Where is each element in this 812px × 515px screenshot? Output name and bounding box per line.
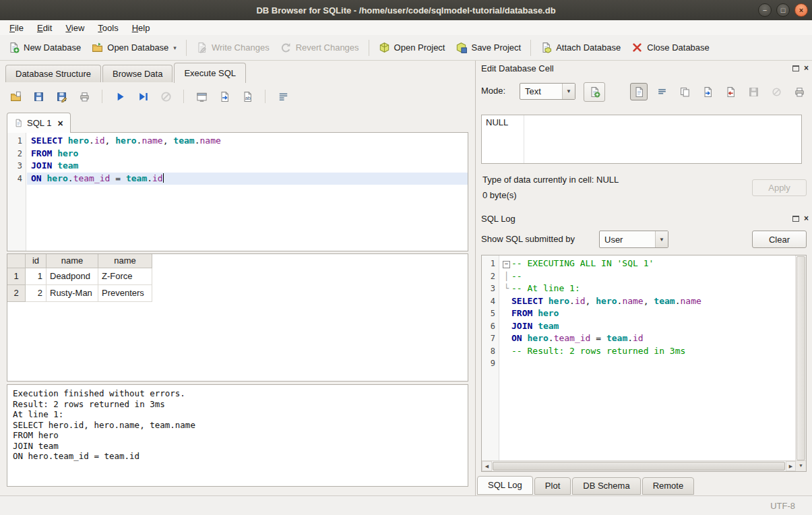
maximize-button[interactable]: □ bbox=[776, 3, 790, 17]
text-cursor bbox=[163, 173, 164, 183]
results-grid: idnamename11DeadpondZ-Force22Rusty-ManPr… bbox=[7, 253, 468, 382]
right-dock: Edit Database Cell × Mode: Text ▼ NULL T… bbox=[475, 61, 812, 495]
horizontal-scrollbar[interactable]: ◀ ▶ bbox=[482, 460, 796, 471]
editor-line-numbers: 1234 bbox=[7, 133, 26, 251]
line-number: 5 bbox=[482, 307, 499, 320]
toolbar-button-label: Write Changes bbox=[212, 42, 270, 53]
chevron-down-icon[interactable]: ▾ bbox=[173, 44, 177, 51]
dock-tab-db-schema[interactable]: DB Schema bbox=[572, 477, 640, 495]
tab-database-structure[interactable]: Database Structure bbox=[5, 65, 101, 82]
cell-editor[interactable]: NULL bbox=[481, 115, 802, 164]
fold-bar-icon: │ bbox=[501, 270, 511, 283]
text-view-button[interactable] bbox=[630, 83, 648, 100]
row-number[interactable]: 2 bbox=[7, 285, 26, 302]
mode-select[interactable]: Text ▼ bbox=[520, 83, 575, 100]
menu-tools[interactable]: Tools bbox=[91, 22, 125, 34]
toolbar-button-label: Open Database bbox=[107, 42, 168, 53]
save-sql-file-button[interactable] bbox=[30, 88, 47, 105]
column-header-0[interactable]: id bbox=[26, 254, 46, 268]
close-panel-icon[interactable]: × bbox=[804, 65, 809, 71]
tab-execute-sql[interactable]: Execute SQL bbox=[174, 63, 246, 83]
close-panel-icon[interactable]: × bbox=[804, 215, 809, 222]
cell[interactable]: 2 bbox=[26, 285, 46, 302]
write-changes-button: Write Changes bbox=[191, 38, 275, 57]
toolbar-separator bbox=[369, 40, 369, 56]
clear-button[interactable]: Clear bbox=[752, 231, 807, 248]
float-panel-icon[interactable] bbox=[792, 65, 799, 71]
menu-edit[interactable]: Edit bbox=[30, 22, 59, 34]
scrollbar-thumb[interactable] bbox=[797, 256, 805, 460]
save-project-icon bbox=[456, 42, 467, 53]
execute-all-button[interactable] bbox=[111, 88, 129, 105]
open-sql-file-button[interactable] bbox=[7, 88, 24, 105]
edit-cell-title: Edit Database Cell bbox=[481, 63, 554, 73]
menu-view[interactable]: View bbox=[59, 22, 91, 34]
line-number: 4 bbox=[7, 173, 26, 185]
open-database-button[interactable]: Open Database▾ bbox=[86, 38, 182, 57]
tab-browse-data[interactable]: Browse Data bbox=[102, 65, 173, 82]
cell[interactable]: Deadpond bbox=[46, 268, 98, 285]
log-line-8: -- Result: 2 rows returned in 3ms bbox=[500, 345, 796, 358]
close-tab-icon[interactable]: × bbox=[57, 118, 63, 129]
titlebar: DB Browser for SQLite - /home/user/code/… bbox=[0, 0, 812, 20]
export-data-button[interactable] bbox=[722, 83, 739, 100]
cell[interactable]: Preventers bbox=[98, 285, 152, 302]
sql-editor[interactable]: 1234 SELECT hero.id, hero.name, team.nam… bbox=[7, 132, 468, 251]
auto-format-button[interactable] bbox=[584, 82, 605, 102]
new-database-button[interactable]: New Database bbox=[3, 38, 86, 57]
log-line-7: ON hero.team_id = team.id bbox=[500, 332, 796, 345]
mode-value: Text bbox=[525, 86, 541, 96]
print-cell-button[interactable] bbox=[790, 83, 808, 100]
line-number: 6 bbox=[482, 320, 499, 333]
save-project-button[interactable]: Save Project bbox=[450, 38, 526, 57]
scroll-down-icon[interactable]: ▼ bbox=[795, 460, 806, 471]
binary-view-button[interactable] bbox=[653, 83, 670, 100]
close-button[interactable]: × bbox=[794, 3, 808, 17]
toolbar-separator bbox=[265, 90, 266, 103]
save-sql-as-button[interactable] bbox=[53, 88, 70, 105]
column-header-1[interactable]: name bbox=[46, 254, 98, 268]
encoding-label: UTF-8 bbox=[770, 501, 795, 511]
float-panel-icon[interactable] bbox=[792, 216, 799, 222]
sql-source-select[interactable]: User ▼ bbox=[599, 231, 668, 248]
dock-tab-remote[interactable]: Remote bbox=[642, 477, 695, 495]
minimize-button[interactable]: − bbox=[758, 3, 772, 17]
export-query-button[interactable] bbox=[216, 88, 233, 105]
menu-help[interactable]: Help bbox=[125, 22, 157, 34]
open-project-button[interactable]: Open Project bbox=[373, 38, 451, 57]
filter-value: User bbox=[604, 235, 623, 245]
editor-code[interactable]: SELECT hero.id, hero.name, team.nameFROM… bbox=[27, 133, 468, 251]
find-replace-button[interactable]: ab bbox=[239, 88, 256, 105]
output-line: JOIN team bbox=[13, 441, 462, 452]
toolbar-separator bbox=[530, 40, 531, 56]
word-wrap-list-button[interactable] bbox=[274, 88, 292, 105]
cell[interactable]: 1 bbox=[26, 268, 46, 285]
column-header-2[interactable]: name bbox=[98, 254, 152, 268]
tab-sql-1[interactable]: SQL 1 × bbox=[7, 113, 71, 133]
vertical-scrollbar[interactable] bbox=[795, 255, 806, 461]
close-database-button[interactable]: Close Database bbox=[626, 38, 715, 57]
import-data-button[interactable] bbox=[699, 83, 716, 100]
scroll-right-icon[interactable]: ▶ bbox=[786, 461, 796, 471]
cell[interactable]: Rusty-Man bbox=[46, 285, 98, 302]
cell[interactable]: Z-Force bbox=[98, 268, 152, 285]
mode-label: Mode: bbox=[481, 86, 505, 96]
open-database-icon bbox=[92, 42, 103, 53]
app-window: DB Browser for SQLite - /home/user/code/… bbox=[0, 0, 812, 515]
row-number[interactable]: 1 bbox=[7, 268, 26, 285]
log-line-5: FROM hero bbox=[500, 307, 796, 320]
execute-current-line-button[interactable] bbox=[134, 88, 152, 105]
print-button[interactable] bbox=[75, 88, 93, 105]
dock-tab-sql-log[interactable]: SQL Log bbox=[477, 476, 533, 495]
scrollbar-thumb[interactable] bbox=[493, 462, 785, 471]
fold-minus-icon[interactable]: − bbox=[501, 258, 511, 270]
apply-button: Apply bbox=[752, 179, 807, 196]
menu-file[interactable]: File bbox=[3, 22, 30, 34]
set-null-button bbox=[768, 83, 785, 100]
attach-database-button[interactable]: Attach Database bbox=[535, 38, 626, 57]
copy-data-button[interactable] bbox=[676, 83, 693, 100]
log-line-6: JOIN team bbox=[500, 320, 796, 333]
new-query-tab-button[interactable] bbox=[193, 88, 210, 105]
scroll-left-icon[interactable]: ◀ bbox=[482, 461, 492, 471]
dock-tab-plot[interactable]: Plot bbox=[534, 477, 571, 495]
